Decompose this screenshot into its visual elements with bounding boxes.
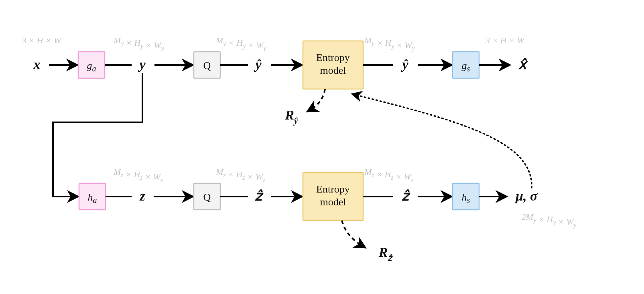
var-xhat: x̂: [518, 57, 528, 72]
arrow-entropy2-to-Rzh: [342, 221, 364, 247]
block-ha: ha: [79, 183, 106, 210]
dim-yh2: My × Hy × Wy: [364, 35, 415, 52]
dim-x: 3 × H × W: [22, 35, 62, 45]
arrow-entropy1-to-Ryh: [308, 89, 325, 111]
compression-architecture-diagram: 3 × H × W x ga My × Hy × Wy y Q My × Hy …: [0, 0, 644, 294]
block-entropy-model-bottom: Entropy model: [303, 172, 363, 221]
block-q2: Q: [194, 183, 220, 210]
var-zhat-right: ẑ: [402, 189, 410, 203]
block-q1: Q: [194, 52, 220, 78]
dim-yh: My × Hy × Wy: [215, 35, 266, 52]
svg-text:Entropy: Entropy: [316, 183, 350, 195]
dim-mu: 2My × Hy × Wy: [522, 212, 577, 229]
dim-z: Mz × Hz × Wz: [113, 167, 163, 183]
var-z: z: [139, 189, 145, 203]
svg-text:model: model: [320, 196, 346, 208]
svg-text:Entropy: Entropy: [316, 52, 350, 63]
block-gs: gs: [453, 52, 479, 78]
dim-xh: 3 × H × W: [485, 35, 525, 45]
dim-zh: Mz × Hz × Wz: [215, 167, 266, 183]
block-entropy-model-top: Entropy model: [303, 41, 363, 89]
block-hs: hs: [453, 183, 479, 210]
dim-y: My × Hy × Wy: [113, 35, 164, 52]
label-Rzh: Rẑ: [378, 245, 393, 262]
svg-text:Q: Q: [203, 191, 211, 203]
var-y: y: [138, 57, 146, 72]
svg-text:model: model: [320, 65, 346, 76]
dim-zh2: Mz × Hz × Wz: [364, 167, 414, 183]
block-ga: ga: [78, 52, 105, 78]
var-mu-sigma: μ, σ: [515, 189, 538, 203]
label-Ryh: Rŷ: [284, 107, 298, 126]
var-yhat-right: ŷ: [400, 57, 408, 72]
var-x: x: [33, 57, 41, 72]
var-yhat: ŷ: [254, 57, 262, 72]
var-zhat: ẑ: [255, 189, 264, 203]
svg-text:Q: Q: [203, 60, 211, 71]
